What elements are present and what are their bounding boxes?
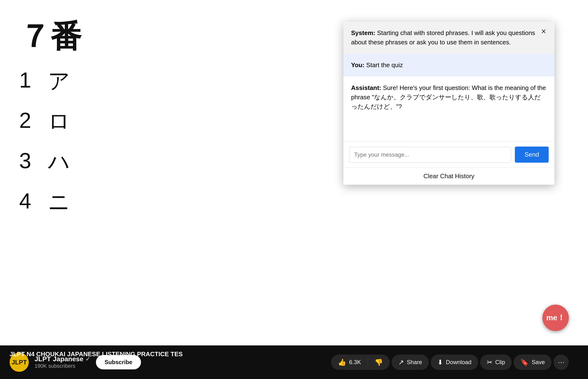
msg-sender: System: xyxy=(351,29,375,36)
download-button[interactable]: ⬇ Download xyxy=(431,355,478,370)
chat-message-assistant: Assistant: Sure! Here's your first quest… xyxy=(343,77,555,118)
option-number: 4 xyxy=(19,189,38,213)
save-button[interactable]: 🔖 Save xyxy=(514,355,552,370)
msg-sender: Assistant: xyxy=(351,84,381,91)
like-count: 6.3K xyxy=(349,359,361,365)
option-text: ア xyxy=(48,68,70,94)
chat-message-user: You: Start the quiz xyxy=(343,54,555,77)
clip-icon: ✂ xyxy=(487,358,492,366)
option-number: 3 xyxy=(19,148,38,173)
option-text: ハ xyxy=(48,148,70,174)
more-button[interactable]: ⋯ xyxy=(554,355,569,370)
video-title: JLPT N4 CHOUKAI JAPANESE LISTENING PRACT… xyxy=(10,350,183,358)
msg-text: Starting chat with stored phrases. I wil… xyxy=(351,29,535,46)
clip-group: ✂ Clip xyxy=(480,355,512,370)
save-icon: 🔖 xyxy=(520,358,529,366)
video-actions: 👍 6.3K 👎 ↗ Share ⬇ Download xyxy=(331,355,569,370)
chat-overlay: × System: Starting chat with stored phra… xyxy=(343,22,555,185)
option-number: 1 xyxy=(19,68,38,93)
option-text: ロ xyxy=(48,108,70,134)
me-avatar-button[interactable]: me！ xyxy=(542,305,569,331)
clip-button[interactable]: ✂ Clip xyxy=(480,355,512,370)
chat-clear-button[interactable]: Clear Chat History xyxy=(343,167,555,185)
chat-close-button[interactable]: × xyxy=(538,25,550,37)
answer-option: 4 ニ xyxy=(19,189,569,215)
share-icon: ↗ xyxy=(398,358,404,366)
like-icon: 👍 xyxy=(338,358,346,366)
msg-sender: You: xyxy=(351,62,365,69)
chat-input[interactable] xyxy=(349,147,511,163)
save-group: 🔖 Save xyxy=(514,355,552,370)
chat-send-button[interactable]: Send xyxy=(515,147,549,163)
share-button[interactable]: ↗ Share xyxy=(392,355,429,370)
share-group: ↗ Share xyxy=(392,355,429,370)
dislike-icon: 👎 xyxy=(375,358,383,366)
chat-message-system: System: Starting chat with stored phrase… xyxy=(343,22,555,54)
like-dislike-group: 👍 6.3K 👎 xyxy=(331,355,390,370)
subscriber-count: 190K subscribers xyxy=(34,363,90,369)
like-button[interactable]: 👍 6.3K xyxy=(331,355,368,370)
download-group: ⬇ Download xyxy=(431,355,478,370)
chat-input-area: Send xyxy=(343,142,555,167)
option-text: ニ xyxy=(48,189,70,215)
option-number: 2 xyxy=(19,108,38,133)
dislike-button[interactable]: 👎 xyxy=(368,355,390,370)
download-icon: ⬇ xyxy=(437,358,443,366)
more-icon: ⋯ xyxy=(558,358,564,366)
msg-text: Start the quiz xyxy=(365,62,403,69)
chat-messages: System: Starting chat with stored phrase… xyxy=(343,22,555,142)
